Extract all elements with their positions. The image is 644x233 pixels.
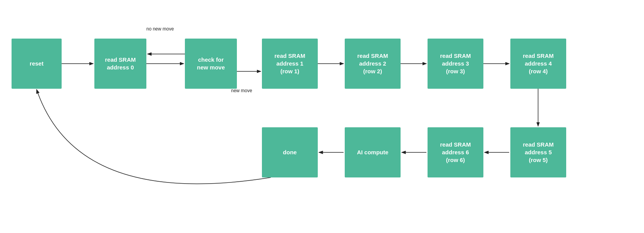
state-machine-diagram: reset read SRAMaddress 0 check fornew mo…	[0, 0, 644, 233]
state-read-sram-4: read SRAMaddress 4(row 4)	[510, 39, 566, 89]
state-read-sram-2: read SRAMaddress 2(row 2)	[345, 39, 401, 89]
label-no-new-move: no new move	[146, 26, 174, 32]
state-ai-compute: AI compute	[345, 127, 401, 177]
state-read-sram-1: read SRAMaddress 1(row 1)	[262, 39, 318, 89]
state-check-new-move: check fornew move	[185, 39, 237, 89]
state-read-sram-5: read SRAMaddress 5(row 5)	[510, 127, 566, 177]
state-read-sram-6: read SRAMaddress 6(row 6)	[428, 127, 483, 177]
label-new-move: new move	[231, 88, 252, 93]
state-done: done	[262, 127, 318, 177]
state-read-sram-3: read SRAMaddress 3(row 3)	[428, 39, 483, 89]
state-reset: reset	[12, 39, 62, 89]
arrows-svg	[0, 0, 644, 233]
state-read-sram-0: read SRAMaddress 0	[94, 39, 146, 89]
